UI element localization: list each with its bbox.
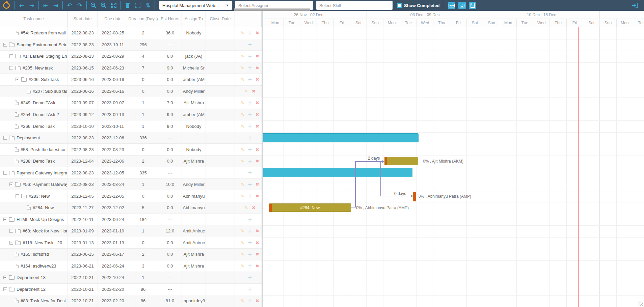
add-subtask-icon[interactable]: + (246, 182, 254, 188)
delete-task-icon[interactable]: ✖ (254, 65, 261, 71)
delete-task-icon[interactable]: ✖ (254, 30, 261, 35)
delete-task-icon[interactable]: ✖ (254, 263, 261, 269)
add-subtask-icon[interactable]: + (246, 240, 254, 246)
delete-task-icon[interactable]: ✖ (254, 182, 261, 187)
collapse-toggle-icon[interactable] (3, 287, 7, 291)
skip-to-start-icon[interactable]: ⇤ (41, 0, 51, 10)
task-288-bar[interactable] (384, 157, 418, 165)
collapse-toggle-icon[interactable] (3, 171, 7, 175)
delete-task-icon[interactable]: ✖ (254, 124, 261, 129)
collapse-toggle-icon[interactable] (9, 183, 13, 186)
fullscreen-icon[interactable] (133, 0, 143, 10)
add-subtask-icon[interactable]: + (246, 41, 254, 48)
save-icon[interactable] (469, 2, 476, 9)
skip-to-end-icon[interactable]: ⇥ (51, 0, 61, 10)
add-subtask-icon[interactable]: + (246, 170, 254, 176)
add-subtask-icon[interactable]: + (246, 298, 254, 304)
add-subtask-icon[interactable]: + (246, 135, 254, 141)
delete-task-icon[interactable]: ✖ (254, 147, 261, 152)
delete-task-icon[interactable]: ✖ (254, 252, 261, 257)
zoom-in-icon[interactable] (99, 0, 109, 10)
collapse-toggle-icon[interactable] (3, 276, 7, 279)
collapse-toggle-icon[interactable] (16, 78, 19, 81)
payment-gateway-summary-bar[interactable] (263, 168, 412, 177)
edit-task-icon[interactable]: ✎ (239, 159, 246, 164)
edit-task-icon[interactable]: ✎ (239, 240, 246, 245)
add-subtask-icon[interactable]: + (246, 158, 254, 164)
collapse-toggle-icon[interactable] (3, 136, 7, 140)
project-dropdown[interactable]: Hospital Management Web... ▼ (159, 1, 232, 10)
collapse-toggle-icon[interactable] (16, 194, 19, 198)
add-subtask-icon[interactable]: + (246, 275, 254, 281)
add-subtask-icon[interactable]: + (246, 146, 254, 152)
edit-task-icon[interactable]: ✎ (239, 65, 246, 71)
collapse-toggle-icon[interactable] (9, 241, 13, 245)
orangescrum-logo-icon[interactable] (0, 0, 13, 11)
edit-task-icon[interactable]: ✎ (239, 182, 246, 187)
edit-task-icon[interactable]: ✎ (239, 124, 246, 129)
edit-task-icon[interactable]: ✎ (239, 252, 246, 257)
collapse-toggle-icon[interactable] (9, 229, 13, 233)
edit-task-icon[interactable]: ✎ (243, 205, 250, 210)
delete-task-icon[interactable]: ✖ (254, 194, 261, 199)
delete-task-icon[interactable]: ✖ (254, 54, 261, 59)
exit-icon[interactable] (630, 0, 640, 10)
export-image-icon[interactable] (458, 2, 466, 9)
undo-icon[interactable]: ↶ (64, 0, 75, 10)
deployment-summary-bar[interactable] (263, 133, 419, 142)
edit-task-icon[interactable]: ✎ (243, 89, 250, 94)
edit-task-icon[interactable]: ✎ (239, 100, 246, 105)
add-subtask-icon[interactable]: + (246, 228, 254, 234)
add-subtask-icon[interactable]: + (246, 111, 254, 117)
delete-task-icon[interactable]: ✖ (254, 159, 261, 164)
sort-order-icon[interactable]: ⇅ (143, 0, 153, 10)
show-completed-checkbox[interactable] (397, 3, 402, 8)
add-subtask-icon[interactable]: + (246, 77, 254, 83)
add-subtask-icon[interactable]: + (246, 263, 254, 269)
collapse-toggle-icon[interactable] (3, 218, 7, 221)
row-actions: ✎+✖ (235, 120, 262, 132)
add-subtask-icon[interactable]: + (246, 30, 254, 36)
edit-task-icon[interactable]: ✎ (239, 298, 246, 303)
delete-task-icon[interactable]: ✖ (254, 298, 261, 303)
edit-task-icon[interactable]: ✎ (239, 194, 246, 199)
expand-all-icon[interactable] (109, 0, 119, 10)
delete-task-icon[interactable]: ✖ (250, 205, 258, 210)
redo-icon[interactable]: ↷ (75, 0, 85, 10)
delete-task-icon[interactable]: ✖ (254, 240, 261, 245)
edit-task-icon[interactable]: ✎ (239, 54, 246, 59)
delete-task-icon[interactable]: ✖ (254, 100, 261, 105)
edit-task-icon[interactable]: ✎ (239, 112, 246, 117)
collapse-toggle-icon[interactable] (9, 66, 13, 70)
export-pdf-icon[interactable]: PDF (448, 2, 455, 9)
task-284-bar[interactable]: #284: New (269, 203, 351, 212)
add-subtask-icon[interactable]: + (246, 193, 254, 199)
add-subtask-icon[interactable]: + (246, 100, 254, 106)
delete-task-icon[interactable]: ✖ (254, 112, 261, 117)
resize-grip[interactable] (638, 301, 643, 306)
delete-icon[interactable] (123, 0, 133, 10)
est-hours-cell: 0:0 (158, 156, 182, 167)
edit-task-icon[interactable]: ✎ (239, 228, 246, 233)
edit-task-icon[interactable]: ✎ (239, 30, 246, 35)
task-283-bar[interactable] (413, 192, 416, 201)
add-subtask-icon[interactable]: + (246, 65, 254, 71)
edit-task-icon[interactable]: ✎ (239, 263, 246, 269)
forward-icon[interactable]: → (27, 0, 37, 10)
zoom-out-icon[interactable] (88, 0, 99, 10)
collapse-toggle-icon[interactable] (9, 54, 13, 58)
collapse-toggle-icon[interactable] (3, 43, 7, 47)
delete-task-icon[interactable]: ✖ (250, 89, 258, 94)
add-subtask-icon[interactable]: + (246, 216, 254, 222)
delete-task-icon[interactable]: ✖ (254, 228, 261, 233)
add-subtask-icon[interactable]: + (246, 286, 254, 292)
skill-filter-input[interactable] (316, 1, 393, 10)
add-subtask-icon[interactable]: + (246, 251, 254, 257)
edit-task-icon[interactable]: ✎ (239, 147, 246, 152)
edit-task-icon[interactable]: ✎ (239, 77, 246, 82)
back-icon[interactable]: ← (17, 0, 27, 10)
add-subtask-icon[interactable]: + (246, 53, 254, 59)
delete-task-icon[interactable]: ✖ (254, 77, 261, 82)
add-subtask-icon[interactable]: + (246, 123, 254, 129)
est-hours-cell: 6:0 (158, 51, 182, 62)
